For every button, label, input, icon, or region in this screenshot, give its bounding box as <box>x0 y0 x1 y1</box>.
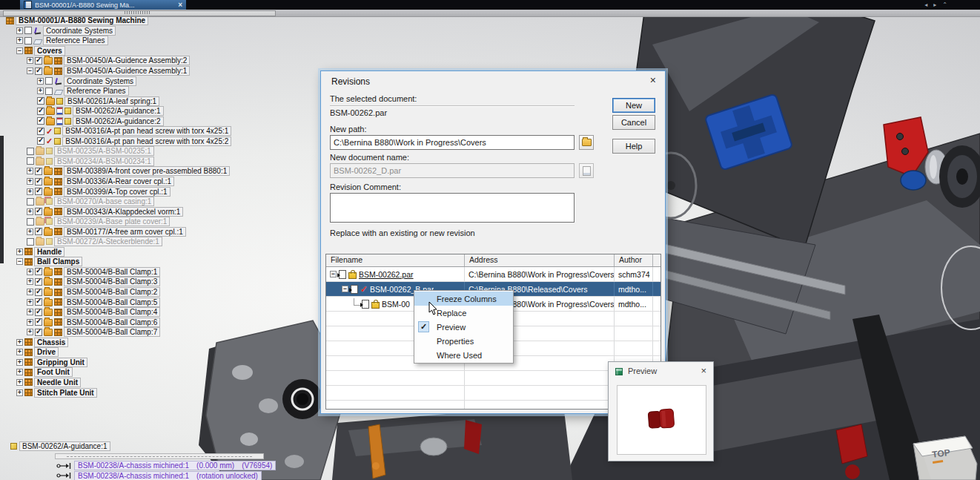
tree-item-label[interactable]: BSM-00343/A-Klappdeckel vorm:1 <box>64 207 183 217</box>
show-checkbox[interactable] <box>37 97 44 105</box>
column-author[interactable]: Author <box>615 254 653 266</box>
pathfinder-splitter[interactable] <box>0 10 980 17</box>
expand-toggle-icon[interactable]: + <box>27 289 33 295</box>
new-button[interactable]: New <box>612 98 655 113</box>
new-document-name-input[interactable]: BSM-00262_D.par <box>330 163 575 178</box>
expand-toggle-icon[interactable]: + <box>27 278 33 285</box>
expand-toggle-icon[interactable]: − <box>16 258 23 265</box>
tree-item[interactable]: + BSM-50004/B-Ball Clamp:6 <box>0 317 231 327</box>
show-checkbox[interactable] <box>35 298 42 306</box>
show-checkbox[interactable] <box>37 137 44 145</box>
tree-item-label[interactable]: BSM-50004/B-Ball Clamp:3 <box>64 277 160 286</box>
expand-toggle-icon[interactable]: + <box>37 78 44 85</box>
show-checkbox[interactable] <box>35 168 42 175</box>
show-checkbox[interactable] <box>27 157 34 165</box>
tree-item[interactable]: + Handle <box>0 247 231 257</box>
tree-item-label[interactable]: Reference Planes <box>43 36 108 45</box>
show-checkbox[interactable] <box>24 27 32 34</box>
tree-item-label[interactable]: BSM-00389/A-front cover pre-assembled B8… <box>64 166 230 176</box>
tree-item-label[interactable]: BSM-00450/A-Guidence Assembly:2 <box>64 56 190 65</box>
show-checkbox[interactable] <box>35 57 42 65</box>
cancel-button[interactable]: Cancel <box>612 115 655 130</box>
revision-table-row[interactable]: − BSM-00262.par C:\Bernina B880\Work in … <box>326 267 660 282</box>
expand-toggle-icon[interactable]: + <box>27 299 33 306</box>
document-tab[interactable]: BSM-00001/A-B880 Sewing Ma... × <box>20 0 186 10</box>
tree-item[interactable]: ✓ BSM-00316/A-pt pan head screw with tor… <box>0 137 231 147</box>
expand-toggle-icon[interactable]: + <box>27 208 33 215</box>
show-checkbox[interactable] <box>24 37 32 45</box>
column-address[interactable]: Address <box>465 254 615 266</box>
expand-toggle-icon[interactable]: + <box>16 249 23 255</box>
preview-title-bar[interactable]: Preview × <box>609 362 713 381</box>
show-checkbox[interactable] <box>35 178 42 185</box>
show-checkbox[interactable] <box>35 228 42 235</box>
show-checkbox[interactable] <box>35 268 42 275</box>
splitter-grip-icon[interactable] <box>125 11 151 14</box>
tree-item[interactable]: + Coordinate Systems <box>0 76 231 86</box>
expand-toggle-icon[interactable]: + <box>27 188 33 195</box>
show-checkbox[interactable] <box>45 77 53 85</box>
show-checkbox[interactable] <box>27 148 34 155</box>
tree-item[interactable]: + Stitch Plate Unit <box>0 387 231 398</box>
tree-item[interactable]: + Reference Planes <box>0 86 231 96</box>
tree-item[interactable]: + Foot Unit <box>0 367 231 378</box>
tree-item[interactable]: + Chassis <box>0 338 231 348</box>
tree-item-label[interactable]: Needle Unit <box>34 378 81 387</box>
tree-item[interactable]: + BSM-50004/B-Ball Clamp:3 <box>0 277 231 287</box>
tree-item-label[interactable]: Reference Planes <box>64 86 129 96</box>
expand-toggle-icon[interactable]: − <box>27 68 33 74</box>
tree-item[interactable]: ✓ BSM-00316/A-pt pan head screw with tor… <box>0 126 231 137</box>
show-checkbox[interactable] <box>35 289 42 296</box>
expand-toggle-icon[interactable]: + <box>16 379 23 386</box>
context-menu-item[interactable]: ✓ Preview <box>414 320 513 334</box>
dialog-title-bar[interactable]: Revisions × <box>321 71 665 91</box>
tree-item-label[interactable]: BSM-00316/A-pt pan head screw with torx … <box>62 137 231 146</box>
tree-item-label[interactable]: BSM-00336/A-Rear cover cpl.:1 <box>64 177 174 186</box>
expand-toggle-icon[interactable]: + <box>27 329 33 335</box>
dialog-close-icon[interactable]: × <box>650 75 656 85</box>
tree-item-label[interactable]: BSM-50004/B-Ball Clamp:4 <box>64 307 160 317</box>
tree-item[interactable]: + BSM-00343/A-Klappdeckel vorm:1 <box>0 206 231 217</box>
expand-toggle-icon[interactable]: + <box>27 178 33 185</box>
tree-item[interactable]: + Drive <box>0 347 231 358</box>
tree-item-label[interactable]: BSM-00261/A-leaf spring:1 <box>64 96 159 106</box>
tree-item[interactable]: BSM-00272/A-Steckerblende:1 <box>0 237 231 247</box>
tree-item[interactable]: + BSM-50004/B-Ball Clamp:5 <box>0 297 231 307</box>
assembly-relationship-item[interactable]: BSM-00238/A-chassis michined:1 (0.000 mm… <box>56 461 276 471</box>
tree-item-label[interactable]: Foot Unit <box>34 367 73 377</box>
tree-item[interactable]: + BSM-50004/B-Ball Clamp:2 <box>0 287 231 297</box>
tree-item-label[interactable]: BSM-50004/B-Ball Clamp:5 <box>64 297 160 307</box>
show-checkbox[interactable] <box>35 208 42 215</box>
expand-toggle-icon[interactable]: + <box>37 88 44 94</box>
tree-item-label[interactable]: BSM-50004/B-Ball Clamp:6 <box>64 318 160 327</box>
show-checkbox[interactable] <box>45 88 53 95</box>
expand-toggle-icon[interactable]: − <box>16 47 23 54</box>
document-name-button[interactable] <box>579 163 594 178</box>
context-menu-item[interactable]: Properties <box>414 334 513 348</box>
expand-toggle-icon[interactable]: + <box>27 309 33 315</box>
tree-item-label[interactable]: BSM-00450/A-Guidence Assembly:1 <box>64 66 190 76</box>
expand-toggle-icon[interactable]: + <box>27 319 33 326</box>
tree-item-label[interactable]: BSM-50004/B-Ball Clamp:1 <box>64 267 160 277</box>
expand-toggle-icon[interactable]: + <box>16 369 23 375</box>
tree-item[interactable]: BSM-00262/A-guidance:1 <box>0 106 231 116</box>
show-checkbox[interactable] <box>37 128 44 135</box>
tree-item[interactable]: BSM-00239/A-Base plate cover:1 <box>0 217 231 227</box>
tree-item[interactable]: + BSM-00399/A-Top cover cpl.:1 <box>0 186 231 197</box>
expand-toggle-icon[interactable]: + <box>27 57 33 64</box>
tree-item-label[interactable]: Coordinate Systems <box>43 26 116 36</box>
tree-item[interactable]: + Gripping Unit <box>0 358 231 368</box>
expand-toggle-icon[interactable]: + <box>16 389 23 396</box>
tree-item-label[interactable]: Ball Clamps <box>34 257 82 266</box>
expand-toggle-icon[interactable]: + <box>27 229 33 235</box>
show-checkbox[interactable] <box>35 188 42 195</box>
show-checkbox[interactable] <box>35 68 42 75</box>
show-checkbox[interactable] <box>35 329 42 336</box>
show-checkbox[interactable] <box>27 238 34 246</box>
expand-toggle-icon[interactable]: + <box>16 339 23 346</box>
tree-item-label[interactable]: BSM-00262/A-guidance:1 <box>73 106 164 116</box>
tab-close-icon[interactable]: × <box>178 1 182 8</box>
pane-separator[interactable] <box>55 453 264 459</box>
show-checkbox[interactable] <box>27 198 34 206</box>
table-header[interactable]: Filename Address Author <box>326 254 660 267</box>
